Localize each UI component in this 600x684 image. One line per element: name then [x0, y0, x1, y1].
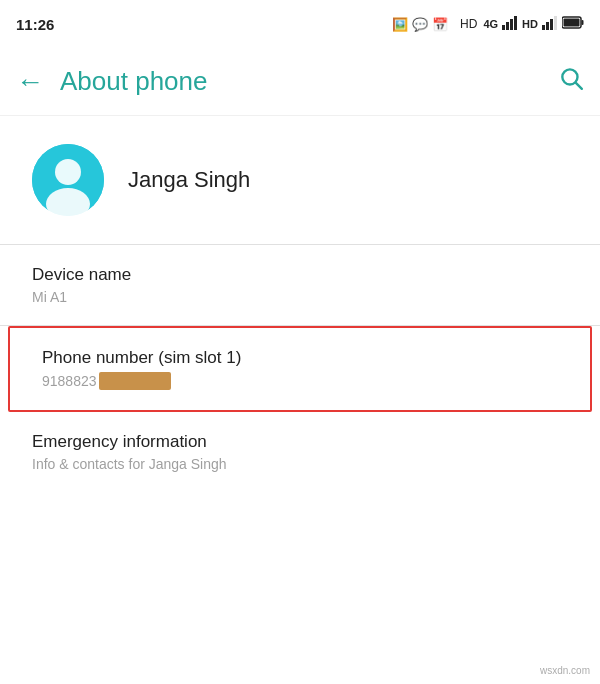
device-name-item[interactable]: Device name Mi A1	[0, 245, 600, 326]
profile-name: Janga Singh	[128, 167, 250, 193]
search-button[interactable]	[558, 65, 584, 98]
svg-rect-10	[582, 20, 584, 25]
avatar	[32, 144, 104, 216]
svg-rect-9	[564, 19, 580, 27]
device-name-value: Mi A1	[32, 289, 568, 305]
svg-rect-0	[502, 25, 505, 30]
status-icons: 🖼️ 💬 📅 HD 4G HD	[392, 16, 584, 33]
signal-icon	[502, 16, 518, 33]
4g-label: 4G	[483, 18, 498, 30]
status-bar: 11:26 🖼️ 💬 📅 HD 4G HD	[0, 0, 600, 48]
svg-rect-1	[506, 22, 509, 30]
watermark: wsxdn.com	[540, 665, 590, 676]
app-bar: ← About phone	[0, 48, 600, 116]
media-icon: 🖼️	[392, 17, 408, 32]
redacted-number	[99, 372, 171, 390]
page-title: About phone	[60, 66, 558, 97]
phone-number-row: 9188823	[42, 372, 558, 390]
svg-rect-7	[554, 16, 557, 30]
emergency-info-label: Emergency information	[32, 432, 568, 452]
whatsapp-icon: 💬	[412, 17, 428, 32]
svg-rect-3	[514, 16, 517, 30]
svg-rect-5	[546, 22, 549, 30]
svg-point-14	[55, 159, 81, 185]
svg-line-12	[576, 83, 582, 89]
device-name-label: Device name	[32, 265, 568, 285]
emergency-info-value: Info & contacts for Janga Singh	[32, 456, 568, 472]
status-time: 11:26	[16, 16, 54, 33]
back-button[interactable]: ←	[16, 68, 44, 96]
calendar-icon: 📅	[432, 17, 448, 32]
hd2-label: HD	[522, 18, 538, 30]
phone-number-value: 9188823	[42, 373, 97, 389]
phone-number-item[interactable]: Phone number (sim slot 1) 9188823	[8, 326, 592, 412]
content-area: Janga Singh Device name Mi A1 Phone numb…	[0, 116, 600, 492]
svg-rect-2	[510, 19, 513, 30]
hd-label: HD	[460, 17, 477, 31]
signal2-icon	[542, 16, 558, 33]
profile-section: Janga Singh	[0, 116, 600, 245]
phone-number-label: Phone number (sim slot 1)	[42, 348, 558, 368]
battery-icon	[562, 16, 584, 32]
svg-rect-4	[542, 25, 545, 30]
svg-rect-6	[550, 19, 553, 30]
emergency-info-item[interactable]: Emergency information Info & contacts fo…	[0, 412, 600, 492]
